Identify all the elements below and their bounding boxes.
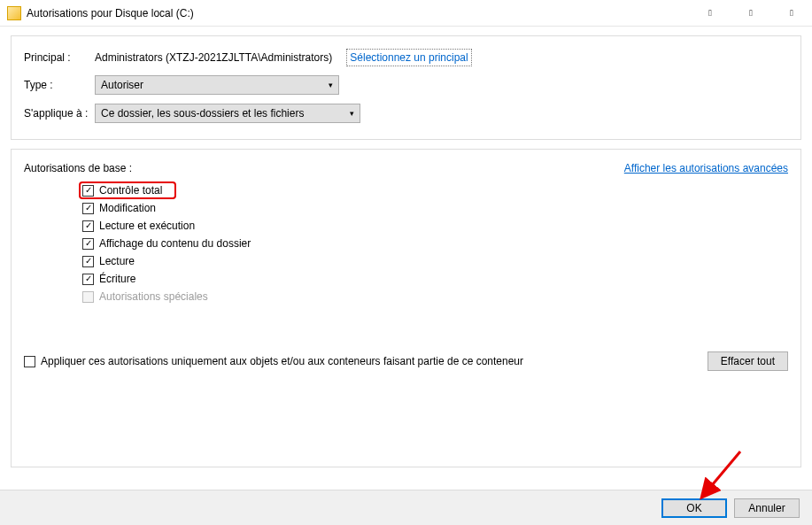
permissions-list: Contrôle total Modification Lecture et e… [81, 181, 788, 305]
permission-label: Contrôle total [99, 184, 162, 197]
maximize-button[interactable]:  [731, 0, 771, 27]
dialog-content: Principal : Administrators (XTZJ-2021ZJL… [0, 27, 812, 476]
checkbox-full-control[interactable] [82, 185, 94, 197]
type-label: Type : [24, 79, 95, 91]
permissions-panel: Autorisations de base : Afficher les aut… [11, 149, 801, 467]
apply-row: Appliquer ces autorisations uniquement a… [24, 351, 788, 371]
checkbox-read-execute[interactable] [82, 220, 94, 232]
close-button[interactable]:  [771, 0, 812, 27]
chevron-down-icon: ▾ [329, 81, 333, 89]
chevron-down-icon: ▾ [350, 109, 354, 118]
permission-write[interactable]: Écriture [81, 270, 788, 288]
principal-label: Principal : [24, 51, 95, 64]
advanced-permissions-link[interactable]: Afficher les autorisations avancées [624, 162, 788, 174]
minimize-button[interactable]:  [690, 0, 731, 27]
permission-list-folder[interactable]: Affichage du contenu du dossier [81, 235, 788, 252]
permission-label: Écriture [99, 273, 135, 285]
dialog-footer: OK Annuler [0, 490, 812, 525]
window-controls:    [690, 0, 812, 27]
permission-read[interactable]: Lecture [81, 252, 788, 270]
checkbox-write[interactable] [82, 274, 94, 285]
permissions-header: Autorisations de base : Afficher les aut… [24, 162, 788, 174]
window-title: Autorisations pour Disque local (C:) [27, 7, 690, 19]
applies-select-value: Ce dossier, les sous-dossiers et les fic… [101, 107, 304, 120]
type-select[interactable]: Autoriser ▾ [95, 75, 339, 95]
select-principal-link[interactable]: Sélectionnez un principal [346, 49, 471, 66]
permission-read-execute[interactable]: Lecture et exécution [81, 217, 788, 235]
type-row: Type : Autoriser ▾ [24, 75, 788, 95]
title-bar: Autorisations pour Disque local (C:)  … [0, 0, 812, 27]
permission-label: Lecture [99, 255, 135, 267]
principal-row: Principal : Administrators (XTZJ-2021ZJL… [24, 49, 788, 66]
checkbox-read[interactable] [82, 256, 94, 267]
checkbox-modify[interactable] [82, 203, 94, 214]
type-select-value: Autoriser [101, 79, 143, 91]
permission-label: Modification [99, 202, 156, 214]
permission-label: Affichage du contenu du dossier [99, 237, 251, 250]
permissions-title: Autorisations de base : [24, 162, 132, 174]
ok-button[interactable]: OK [661, 498, 727, 518]
checkbox-apply-only[interactable] [24, 356, 35, 367]
permission-full-control[interactable]: Contrôle total [79, 181, 176, 199]
apply-only-option[interactable]: Appliquer ces autorisations uniquement a… [24, 355, 523, 367]
permission-special: Autorisations spéciales [81, 288, 788, 305]
permission-modify[interactable]: Modification [81, 199, 788, 217]
permission-label: Autorisations spéciales [99, 290, 208, 303]
checkbox-list-folder[interactable] [82, 238, 94, 250]
cancel-button[interactable]: Annuler [734, 498, 800, 518]
applies-row: S'applique à : Ce dossier, les sous-doss… [24, 104, 788, 123]
applies-label: S'applique à : [24, 107, 95, 120]
principal-panel: Principal : Administrators (XTZJ-2021ZJL… [11, 35, 801, 140]
clear-all-button[interactable]: Effacer tout [708, 351, 788, 371]
principal-value: Administrators (XTZJ-2021ZJLTTA\Administ… [95, 51, 332, 64]
applies-select[interactable]: Ce dossier, les sous-dossiers et les fic… [95, 104, 360, 123]
folder-icon [7, 6, 21, 20]
apply-only-label: Appliquer ces autorisations uniquement a… [41, 355, 523, 367]
permission-label: Lecture et exécution [99, 220, 195, 232]
checkbox-special [82, 291, 94, 303]
